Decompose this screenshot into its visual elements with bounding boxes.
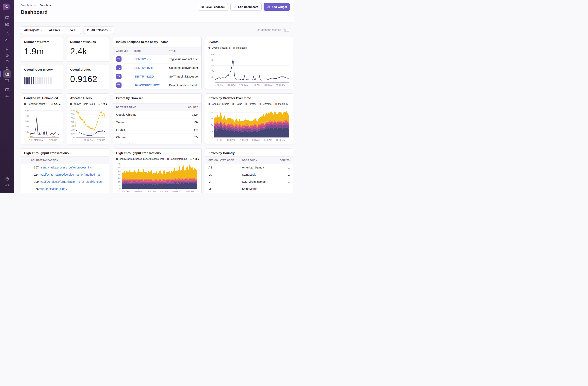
legend-item[interactable]: Safari bbox=[232, 103, 242, 105]
legend-item[interactable]: Events : count( ) bbox=[209, 46, 230, 49]
svg-text:400: 400 bbox=[71, 121, 74, 123]
sidebar-item-projects[interactable] bbox=[3, 20, 11, 28]
table-row[interactable]: LCSaint Lucia1 bbox=[205, 171, 293, 178]
legend-item[interactable]: Mobile S bbox=[275, 103, 288, 105]
handled-unhandled-chart[interactable]: 4:00 PM12:00 AM12:00 P010k20k30k40k50k bbox=[23, 108, 61, 143]
table-row[interactable]: VIU.S. Virgin Islands1 bbox=[205, 178, 293, 185]
link-cell[interactable]: SENTRY-32ZQ bbox=[134, 75, 154, 78]
svg-text:600: 600 bbox=[71, 113, 74, 115]
column-header[interactable]: TRANSACTION bbox=[41, 159, 106, 161]
table-row[interactable]: 114m/api/0/internal/rpc/{service_name}/{… bbox=[21, 171, 109, 178]
table-row[interactable]: TESENTRY-32ZQSoftTimeLimitExceeded bbox=[113, 72, 201, 81]
table-row[interactable]: 76m/{organization_slug}/ bbox=[21, 185, 109, 192]
svg-text:0: 0 bbox=[212, 136, 213, 139]
dashboard-grid-icon bbox=[5, 72, 9, 76]
legend-dot bbox=[209, 47, 210, 49]
column-header[interactable]: ASSIGNEE bbox=[116, 50, 134, 52]
svg-text:500: 500 bbox=[71, 117, 74, 119]
environment-filter[interactable]: All Envs bbox=[46, 26, 66, 34]
releases-filter[interactable]: All Releases bbox=[84, 26, 114, 34]
table-row[interactable]: TESENTRY-16H8Could not convert query bbox=[113, 64, 201, 72]
add-widget-label: Add Widget bbox=[272, 5, 287, 8]
legend-item[interactable]: Google Chrome bbox=[209, 103, 229, 105]
next-arrow[interactable]: ▶ bbox=[59, 103, 61, 105]
table-cell: Could not convert query bbox=[169, 66, 198, 69]
legend-item[interactable]: Firefox bbox=[245, 103, 256, 105]
link-cell[interactable]: /api/0/projects/{organization_id_or_slug… bbox=[41, 180, 102, 183]
prev-arrow[interactable]: ◀ bbox=[190, 158, 192, 160]
widget-affected-users: Affected Users Known Users : cour◀1/3▶ 1… bbox=[67, 93, 109, 144]
misery-bar bbox=[31, 77, 32, 84]
page-indicator: 1/6 bbox=[193, 158, 197, 160]
link-cell[interactable]: SENTRY-16H8 bbox=[134, 66, 153, 69]
ondemand-metrics-toggle[interactable] bbox=[283, 28, 290, 32]
column-header[interactable]: COUNT() bbox=[24, 159, 41, 161]
column-header[interactable]: GEO.COUNTRY_CODE bbox=[209, 159, 242, 161]
next-arrow[interactable]: ▶ bbox=[106, 103, 107, 105]
column-header[interactable]: GEO.REGION bbox=[242, 159, 276, 161]
prev-arrow[interactable]: ◀ bbox=[98, 103, 100, 105]
legend-item[interactable]: Releases bbox=[233, 46, 247, 49]
link-cell[interactable]: SENTRY-VD5 bbox=[134, 58, 152, 61]
legend-label: Mobile S bbox=[278, 103, 288, 105]
column-header[interactable]: COUNT() bbox=[180, 106, 198, 108]
siren-icon bbox=[5, 66, 9, 70]
date-range-filter[interactable]: 24H bbox=[66, 26, 81, 34]
table-row[interactable]: Mobile Safari33k bbox=[113, 141, 201, 144]
edit-dashboard-label: Edit Dashboard bbox=[238, 5, 258, 8]
table-row[interactable]: Google Chrome132k bbox=[113, 111, 201, 118]
project-filter[interactable]: All Projects bbox=[21, 26, 46, 34]
sidebar-item-whats-new[interactable] bbox=[3, 181, 11, 189]
sidebar-item-settings[interactable] bbox=[3, 92, 11, 100]
sidebar-item-traces[interactable] bbox=[3, 36, 11, 44]
next-arrow[interactable]: ▶ bbox=[198, 158, 199, 160]
high-throughput-chart[interactable]: 4:00 PM8:00 PM12:00 AM4:00 AM8:00 AM12:0… bbox=[115, 161, 199, 193]
widget-user-misery: Overall User Misery bbox=[21, 65, 63, 89]
column-header[interactable]: COUNT() bbox=[276, 159, 290, 161]
events-chart[interactable]: 4:00 PM8:00 PM12:00 AM4:00 AM8:00 AM12:0… bbox=[207, 52, 291, 88]
add-widget-button[interactable]: Add Widget bbox=[264, 3, 290, 11]
svg-text:10k: 10k bbox=[210, 76, 214, 78]
column-header[interactable]: BROWSER.NAME bbox=[116, 106, 180, 108]
link-cell[interactable]: sentry.tasks.process_buffer.process_incr bbox=[41, 166, 93, 169]
table-row[interactable]: ASAmerican Samoa1 bbox=[205, 164, 293, 171]
browser-over-time-chart[interactable]: 4:00 PM8:00 PM12:00 AM4:00 AM8:00 AM12:0… bbox=[207, 108, 291, 143]
link-cell[interactable]: JAVASCRIPT-1BG2 bbox=[134, 84, 160, 87]
widget-handled-unhandled: Handled vs. Unhandled Handled : count( )… bbox=[21, 93, 63, 144]
sidebar-item-collapse[interactable] bbox=[3, 190, 11, 193]
svg-text:40k: 40k bbox=[210, 59, 214, 61]
table-row[interactable]: TESENTRY-VD5Tag value was not a strin bbox=[113, 55, 201, 64]
table-row[interactable]: Firefox64k bbox=[113, 126, 201, 134]
inbox-icon bbox=[5, 16, 9, 20]
table-row[interactable]: Safari73k bbox=[113, 118, 201, 126]
number-of-errors-value: 1.9m bbox=[24, 46, 44, 56]
link-cell[interactable]: /{organization_slug}/ bbox=[41, 187, 67, 190]
widget-apdex: Overall Apdex 0.9162 bbox=[67, 65, 109, 89]
legend-item[interactable]: sentry.tasks.process_buffer.process_incr bbox=[116, 158, 164, 160]
legend-item[interactable]: Known Users : cour bbox=[70, 103, 95, 105]
breadcrumb-root[interactable]: Dashboards bbox=[21, 4, 36, 7]
column-header[interactable]: TITLE bbox=[169, 50, 198, 52]
affected-users-chart[interactable]: 12:00 AM12:00 P0100200300400500600700 bbox=[69, 108, 107, 143]
legend-item[interactable]: Chrome bbox=[259, 103, 272, 105]
sentry-logo[interactable] bbox=[3, 3, 10, 10]
widget-errors-by-country: Errors by Country GEO.COUNTRY_CODEGEO.RE… bbox=[205, 148, 293, 193]
active-item-indicator bbox=[0, 71, 1, 77]
prev-arrow[interactable]: ◀ bbox=[51, 103, 53, 105]
give-feedback-button[interactable]: Give Feedback bbox=[198, 3, 228, 11]
table-row[interactable]: 109m/api/0/projects/{organization_id_or_… bbox=[21, 178, 109, 185]
legend-item[interactable]: /api/0/internal/r bbox=[167, 158, 187, 160]
edit-dashboard-button[interactable]: Edit Dashboard bbox=[230, 3, 262, 11]
legend-item[interactable]: Handled : count( ) bbox=[24, 103, 47, 105]
column-header[interactable]: ISSUE bbox=[134, 50, 169, 52]
svg-text:3m: 3m bbox=[118, 177, 121, 179]
table-row[interactable]: 367msentry.tasks.process_buffer.process_… bbox=[21, 164, 109, 171]
table-row[interactable]: TEJAVASCRIPT-1BG2Project creation failed bbox=[113, 81, 201, 89]
link-cell[interactable]: /api/0/internal/rpc/{service_name}/{meth… bbox=[41, 173, 102, 176]
table-row[interactable]: Chrome57k bbox=[113, 134, 201, 141]
table-row[interactable]: MFSaint Martin1 bbox=[205, 185, 293, 192]
svg-text:12:00 P: 12:00 P bbox=[49, 139, 57, 141]
history-clock-icon bbox=[5, 60, 9, 64]
sidebar-item-releases[interactable] bbox=[3, 77, 11, 85]
widget-title: Affected Users bbox=[70, 96, 92, 100]
